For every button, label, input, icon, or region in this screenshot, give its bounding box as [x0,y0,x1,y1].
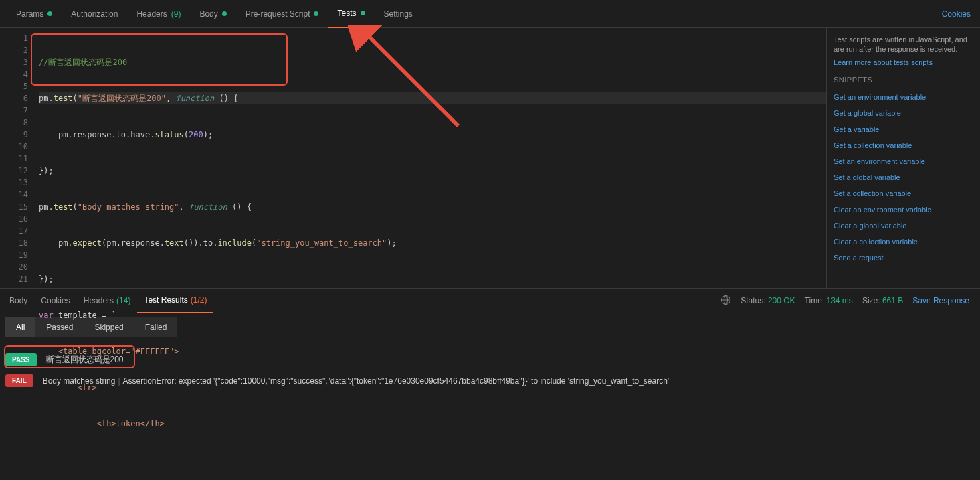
snippet-item[interactable]: Send a request [834,250,973,266]
code-editor[interactable]: //断言返回状态码是200 pm.test("断言返回状态码是200", fun… [35,28,826,288]
snippet-item[interactable]: Clear a global variable [834,218,973,234]
dot-icon [314,11,318,16]
tab-prerequest[interactable]: Pre-request Script [236,0,328,28]
line-gutter: 1 2 3 4 5 6 7 8 9 10 11 12 13 14 15 16 1… [0,28,35,288]
time-value: 134 ms [827,296,853,305]
tab-headers[interactable]: Headers (9) [127,0,190,28]
snippet-item[interactable]: Set a global variable [834,169,973,185]
tab-tests[interactable]: Tests [328,0,374,28]
snippet-item[interactable]: Clear a collection variable [834,234,973,250]
snippet-item[interactable]: Clear an environment variable [834,202,973,218]
save-response-button[interactable]: Save Response [912,296,969,305]
tab-settings[interactable]: Settings [375,0,422,28]
snippet-item[interactable]: Get an environment variable [834,89,973,105]
response-tab-body[interactable]: Body [3,288,34,313]
tab-authorization[interactable]: Authorization [62,0,127,28]
tab-tests-label: Tests [337,9,356,18]
dot-icon [222,11,227,16]
snippet-item[interactable]: Set an environment variable [834,153,973,169]
request-tabs-bar: Params Authorization Headers (9) Body Pr… [0,0,980,28]
snippets-description: Test scripts are written in JavaScript, … [834,35,973,54]
tab-settings-label: Settings [384,9,413,19]
tab-headers-label: Headers [136,9,167,19]
snippet-item[interactable]: Set a collection variable [834,185,973,202]
tab-body-label: Body [199,9,217,19]
dot-icon [361,11,365,15]
tab-params[interactable]: Params [7,0,62,28]
tab-body[interactable]: Body [190,0,235,28]
tab-headers-count: (9) [171,9,181,19]
dot-icon [47,11,52,16]
size-value: 661 B [882,296,903,305]
fail-badge: FAIL [5,374,33,387]
snippet-item[interactable]: Get a global variable [834,105,973,121]
pass-badge: PASS [5,353,37,366]
learn-more-link[interactable]: Learn more about tests scripts [834,58,973,66]
tab-params-label: Params [16,9,43,19]
tab-prerequest-label: Pre-request Script [246,9,310,19]
snippets-header: SNIPPETS [834,76,973,84]
snippets-panel: Test scripts are written in JavaScript, … [826,28,980,288]
size-label: Size: [862,296,880,305]
snippet-item[interactable]: Get a variable [834,121,973,137]
cookies-link[interactable]: Cookies [942,9,971,19]
filter-all[interactable]: All [5,317,35,337]
tab-auth-label: Authorization [71,9,118,19]
main-area: 1 2 3 4 5 6 7 8 9 10 11 12 13 14 15 16 1… [0,28,980,288]
snippet-item[interactable]: Get a collection variable [834,137,973,153]
editor-container: 1 2 3 4 5 6 7 8 9 10 11 12 13 14 15 16 1… [0,28,826,288]
